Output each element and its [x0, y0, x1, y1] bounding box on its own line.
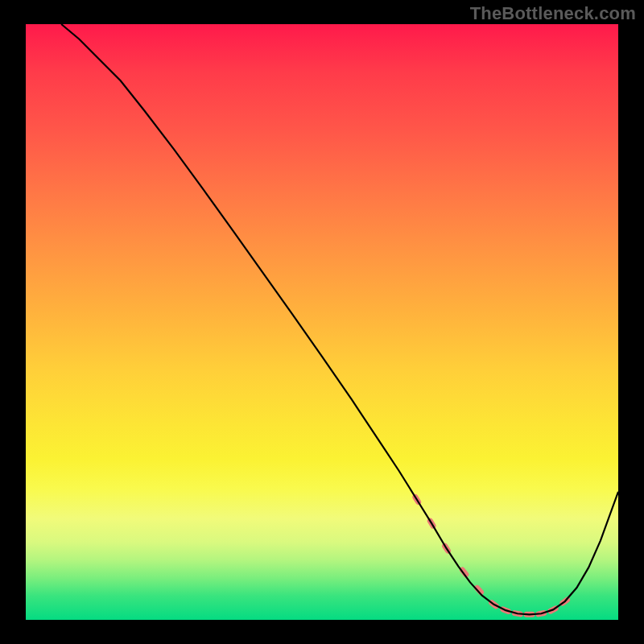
dot-marker	[473, 584, 485, 596]
plot-area	[26, 24, 618, 620]
chart-svg	[26, 24, 618, 620]
chart-frame: TheBottleneck.com	[0, 0, 644, 644]
main-curve	[61, 24, 618, 614]
watermark-text: TheBottleneck.com	[470, 3, 636, 24]
dotted-region	[411, 493, 571, 617]
